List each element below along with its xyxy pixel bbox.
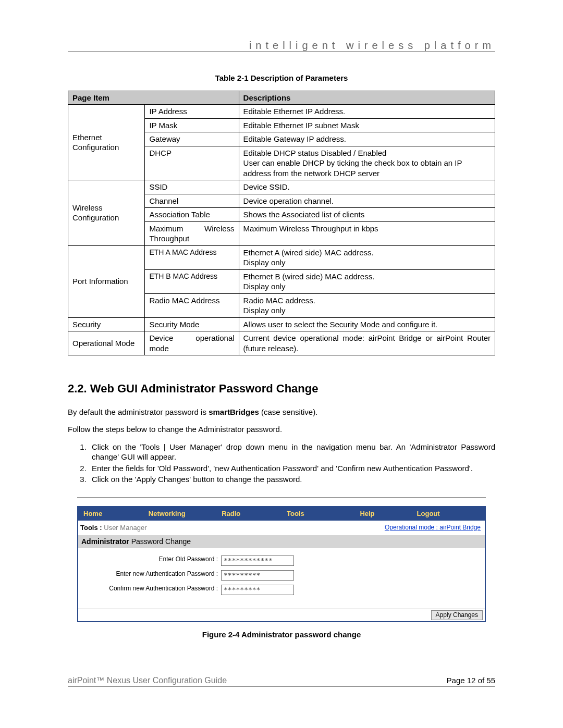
col-descriptions: Descriptions — [239, 91, 495, 105]
item-label: ETH B MAC Address — [145, 269, 239, 293]
item-desc: Editable Ethernet IP subnet Mask — [239, 118, 495, 132]
section-title-bold: Administrator — [81, 537, 129, 546]
table-row: Operational Mode Device operational mode… — [68, 331, 495, 355]
old-password-label: Enter Old Password : — [82, 556, 221, 564]
gui-apply-bar: Apply Changes — [78, 609, 485, 622]
footer: airPoint™ Nexus User Configuration Guide… — [68, 676, 495, 697]
col-page-item: Page Item — [68, 91, 239, 105]
content: Table 2-1 Description of Parameters Page… — [68, 36, 495, 640]
gui-screenshot-wrap: Home Networking Radio Tools Help Logout … — [77, 497, 486, 640]
apply-changes-button[interactable]: Apply Changes — [431, 610, 483, 621]
text: (case sensitive). — [259, 408, 318, 416]
nav-tools[interactable]: Tools — [282, 507, 354, 521]
table-row: Wireless Configuration SSID Device SSID. — [68, 180, 495, 194]
item-label: Association Table — [145, 208, 239, 222]
item-label: IP Address — [145, 105, 239, 119]
field-row: Enter Old Password : ************ — [82, 556, 481, 566]
table-caption: Table 2-1 Description of Parameters — [68, 73, 495, 83]
item-label: Radio MAC Address — [145, 293, 239, 317]
item-label: ETH A MAC Address — [145, 245, 239, 269]
group-label: Wireless Configuration — [68, 180, 145, 246]
item-label: Device operational mode — [145, 331, 239, 355]
text: By default the administrator password is — [68, 408, 209, 416]
new-password-label: Enter new Authentication Password : — [82, 570, 221, 578]
table-header-row: Page Item Descriptions — [68, 91, 495, 105]
new-password-input-wrap: ********* — [221, 570, 294, 581]
item-desc: Maximum Wireless Throughput in kbps — [239, 221, 495, 245]
item-desc: Ethernet B (wired side) MAC address. Dis… — [239, 269, 495, 293]
section-title-rest: Password Change — [129, 537, 191, 546]
item-label: Maximum Wireless Throughput — [145, 221, 239, 245]
item-label: Gateway — [145, 132, 239, 146]
nav-radio[interactable]: Radio — [216, 507, 282, 521]
steps-list: Click on the 'Tools | User Manager' drop… — [89, 442, 495, 485]
table-row: Ethernet Configuration IP Address Editab… — [68, 105, 495, 119]
confirm-password-input-wrap: ********* — [221, 585, 294, 595]
item-label: IP Mask — [145, 118, 239, 132]
gui-subheader: Tools : User Manager Operational mode : … — [78, 521, 485, 536]
footer-left: airPoint™ Nexus User Configuration Guide — [68, 676, 227, 685]
default-password: smartBridges — [209, 408, 259, 416]
intro-paragraph: By default the administrator password is… — [68, 407, 495, 417]
gui-section-title: Administrator Password Change — [78, 535, 485, 548]
field-row: Enter new Authentication Password : ****… — [82, 570, 481, 581]
nav-help[interactable]: Help — [354, 507, 411, 521]
breadcrumb-bold: Tools : — [80, 524, 102, 532]
item-desc: Ethernet A (wired side) MAC address. Dis… — [239, 245, 495, 269]
footer-right: Page 12 of 55 — [447, 676, 495, 685]
group-label: Port Information — [68, 245, 145, 317]
group-label: Operational Mode — [68, 331, 145, 355]
item-desc: Editable Ethernet IP Address. — [239, 105, 495, 119]
list-item: Click on the 'Apply Changes' button to c… — [89, 474, 495, 485]
item-label: Security Mode — [145, 317, 239, 331]
item-label: Channel — [145, 194, 239, 208]
item-label: SSID — [145, 180, 239, 194]
item-desc: Current device operational mode: airPoin… — [239, 331, 495, 355]
nav-networking[interactable]: Networking — [143, 507, 216, 521]
breadcrumb-dim: User Manager — [102, 524, 147, 532]
old-password-input[interactable]: ************ — [221, 556, 294, 566]
item-desc: Allows user to select the Security Mode … — [239, 317, 495, 331]
new-password-input[interactable]: ********* — [221, 570, 294, 581]
section-heading: 2.2. Web GUI Administrator Password Chan… — [68, 381, 495, 397]
parameters-table: Page Item Descriptions Ethernet Configur… — [68, 91, 495, 356]
table-row: Port Information ETH A MAC Address Ether… — [68, 245, 495, 269]
page: intelligent wireless platform Table 2-1 … — [0, 0, 563, 728]
instruction-paragraph: Follow the steps below to change the Adm… — [68, 424, 495, 435]
list-item: Click on the 'Tools | User Manager' drop… — [89, 442, 495, 462]
figure-caption: Figure 2-4 Administrator password change — [77, 630, 486, 640]
item-desc: Radio MAC address. Display only — [239, 293, 495, 317]
old-password-input-wrap: ************ — [221, 556, 294, 566]
operational-mode-link[interactable]: Operational mode : airPoint Bridge — [385, 524, 481, 532]
item-desc: Device operation channel. — [239, 194, 495, 208]
group-label: Ethernet Configuration — [68, 105, 145, 180]
breadcrumb: Tools : User Manager — [80, 524, 147, 533]
gui-navbar: Home Networking Radio Tools Help Logout — [78, 507, 485, 521]
confirm-password-label: Confirm new Authentication Password : — [82, 585, 221, 593]
header-tagline: intelligent wireless platform — [249, 40, 495, 52]
field-row: Confirm new Authentication Password : **… — [82, 585, 481, 595]
item-desc: Editable DHCP status Disabled / Enabled … — [239, 146, 495, 180]
footer-rule — [68, 686, 495, 687]
item-label: DHCP — [145, 146, 239, 180]
table-row: Security Security Mode Allows user to se… — [68, 317, 495, 331]
item-desc: Editable Gateway IP address. — [239, 132, 495, 146]
gui-form: Enter Old Password : ************ Enter … — [78, 548, 485, 609]
gui-screenshot: Home Networking Radio Tools Help Logout … — [77, 506, 486, 623]
confirm-password-input[interactable]: ********* — [221, 585, 294, 595]
item-desc: Shows the Associated list of clients — [239, 208, 495, 222]
nav-logout[interactable]: Logout — [412, 507, 469, 521]
nav-home[interactable]: Home — [78, 507, 143, 521]
group-label: Security — [68, 317, 145, 331]
item-desc: Device SSID. — [239, 180, 495, 194]
list-item: Enter the fields for 'Old Password', 'ne… — [89, 463, 495, 474]
